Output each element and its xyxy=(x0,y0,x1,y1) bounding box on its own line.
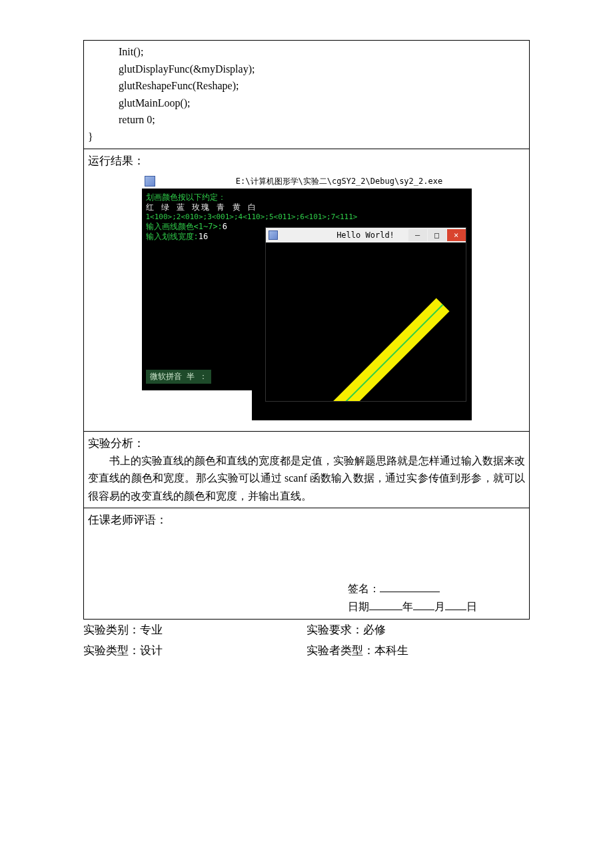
year-label: 年 xyxy=(402,601,413,612)
code-line: return 0; xyxy=(88,111,525,129)
console-line: 1<100>;2<010>;3<001>;4<110>;5<011>;6<101… xyxy=(146,213,468,222)
console-titlebar: E:\计算机图形学\实验二\cgSY2_2\Debug\sy2_2.exe xyxy=(142,174,472,189)
code-line: glutDisplayFunc(&myDisplay); xyxy=(88,61,525,78)
input-value: 16 xyxy=(199,232,208,241)
signature-blank xyxy=(380,580,440,593)
console-bottom-blank xyxy=(142,390,252,420)
code-cell: Init(); glutDisplayFunc(&myDisplay); glu… xyxy=(84,41,529,149)
prompt-text: 输入画线颜色<1~7>: xyxy=(146,222,223,231)
hello-titlebar: Hello World! – □ × xyxy=(266,228,466,242)
month-label: 月 xyxy=(434,601,445,612)
code-block: Init(); glutDisplayFunc(&myDisplay); glu… xyxy=(88,43,525,146)
hello-canvas xyxy=(266,242,466,401)
run-result-label: 运行结果： xyxy=(88,152,525,170)
screenshot-wrap: E:\计算机图形学\实验二\cgSY2_2\Debug\sy2_2.exe 划画… xyxy=(88,170,525,428)
meta-right: 实验者类型：本科生 xyxy=(306,642,530,659)
meta-right: 实验要求：必修 xyxy=(306,621,530,639)
hello-window: Hello World! – □ × xyxy=(265,227,466,402)
ime-bar: 微软拼音 半 ： xyxy=(146,370,211,384)
report-table: Init(); glutDisplayFunc(&myDisplay); glu… xyxy=(83,40,530,620)
console-line: 划画颜色按以下约定： xyxy=(146,193,468,203)
console-line: 红 绿 蓝 玫瑰 青 黄 白 xyxy=(146,203,468,213)
console-icon xyxy=(145,176,155,187)
month-blank xyxy=(413,598,434,611)
signature-label: 签名： xyxy=(348,583,380,594)
program-screenshot: E:\计算机图形学\实验二\cgSY2_2\Debug\sy2_2.exe 划画… xyxy=(142,174,472,420)
date-line: 日期年月日 xyxy=(348,598,525,616)
signature-line: 签名： xyxy=(348,580,525,598)
meta-row-1: 实验类别：专业 实验要求：必修 xyxy=(83,620,530,640)
blank-space xyxy=(88,529,525,576)
date-label: 日期 xyxy=(348,601,369,612)
hello-title-text: Hello World! xyxy=(266,230,466,240)
meta-left: 实验类型：设计 xyxy=(83,642,306,659)
code-line: glutReshapeFunc(Reshape); xyxy=(88,77,525,95)
code-line: glutMainLoop(); xyxy=(88,95,525,112)
teacher-cell: 任课老师评语： 签名： 日期年月日 xyxy=(84,508,529,619)
analysis-body: 书上的实验直线的颜色和直线的宽度都是定值，实验解题思路就是怎样通过输入数据来改变… xyxy=(88,452,525,505)
analysis-label: 实验分析： xyxy=(88,434,525,452)
teacher-label: 任课老师评语： xyxy=(88,511,525,529)
signature-block: 签名： 日期年月日 xyxy=(88,576,525,616)
meta-row-2: 实验类型：设计 实验者类型：本科生 xyxy=(83,640,530,661)
input-value: 6 xyxy=(223,222,227,231)
code-line: } xyxy=(88,129,525,146)
code-line: Init(); xyxy=(88,43,525,61)
day-blank xyxy=(445,598,466,611)
prompt-text: 输入划线宽度: xyxy=(146,232,199,241)
analysis-cell: 实验分析： 书上的实验直线的颜色和直线的宽度都是定值，实验解题思路就是怎样通过输… xyxy=(84,432,529,508)
yellow-line xyxy=(281,298,449,401)
page: Init(); glutDisplayFunc(&myDisplay); glu… xyxy=(0,0,613,868)
year-blank xyxy=(369,598,402,611)
console-title: E:\计算机图形学\实验二\cgSY2_2\Debug\sy2_2.exe xyxy=(236,174,442,189)
meta-left: 实验类别：专业 xyxy=(83,621,306,639)
day-label: 日 xyxy=(466,601,477,612)
run-result-cell: 运行结果： E:\计算机图形学\实验二\cgSY2_2\Debug\sy2_2.… xyxy=(84,149,529,432)
